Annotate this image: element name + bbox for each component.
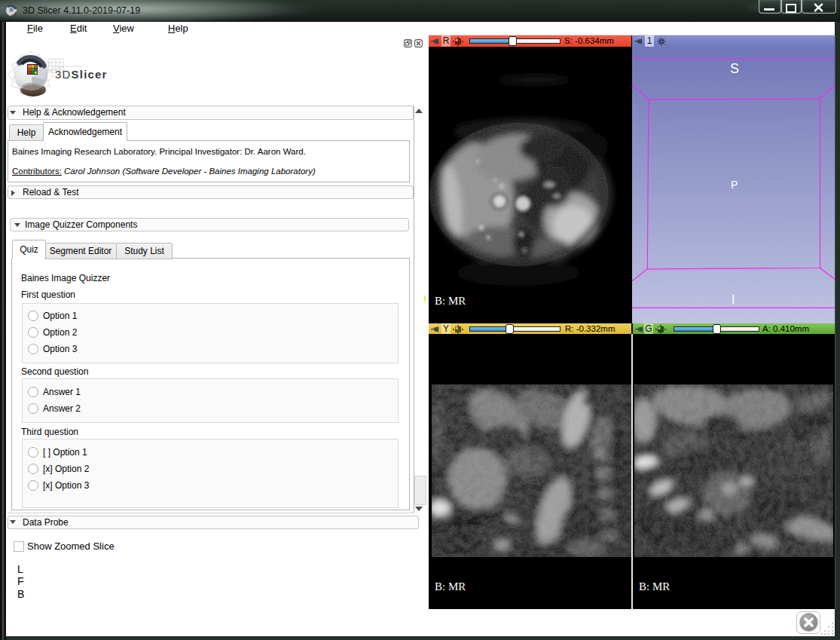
svg-text:B: MR: B: MR: [639, 580, 670, 593]
svg-text:B: MR: B: MR: [435, 295, 466, 307]
svg-text:B: MR: B: MR: [435, 580, 466, 593]
svg-text:P: P: [731, 179, 738, 191]
svg-text:I: I: [732, 293, 735, 306]
svg-text:S: S: [730, 61, 739, 76]
